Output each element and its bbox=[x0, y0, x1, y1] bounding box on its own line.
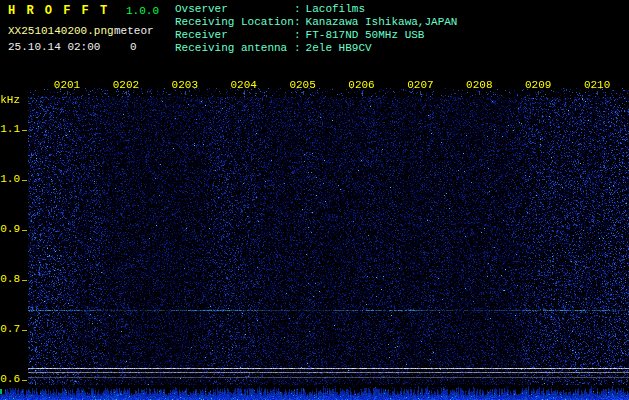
freq-axis-tick bbox=[22, 230, 27, 231]
time-axis-label: 0205 bbox=[289, 79, 315, 91]
time-axis-label: 0204 bbox=[230, 79, 256, 91]
time-axis-label: 0202 bbox=[113, 79, 139, 91]
hrofft-window: H R O F F T 1.0.0 XX2510140200.png meteo… bbox=[0, 0, 629, 400]
time-axis-label: 0209 bbox=[525, 79, 551, 91]
time-axis-tick bbox=[67, 91, 68, 95]
freq-axis-label: 1.1 bbox=[0, 123, 20, 136]
time-axis-tick bbox=[479, 91, 480, 95]
time-axis-label: 0203 bbox=[172, 79, 198, 91]
time-axis-tick bbox=[244, 91, 245, 95]
time-axis-label: 0208 bbox=[466, 79, 492, 91]
time-axis-label: 0201 bbox=[54, 79, 80, 91]
time-axis-label: 0210 bbox=[584, 79, 610, 91]
freq-axis-label: 0.8 bbox=[0, 273, 20, 286]
time-axis-tick bbox=[538, 91, 539, 95]
freq-axis-tick bbox=[22, 380, 27, 381]
freq-axis-label: 0.9 bbox=[0, 223, 20, 236]
time-axis-tick bbox=[303, 91, 304, 95]
freq-axis-tick bbox=[22, 180, 27, 181]
time-axis-tick bbox=[420, 91, 421, 95]
freq-axis-unit: kHz bbox=[0, 94, 20, 107]
spectrogram-canvas bbox=[28, 88, 629, 385]
time-axis-label: 0206 bbox=[348, 79, 374, 91]
freq-axis-label: 0.7 bbox=[0, 323, 20, 336]
time-axis-tick bbox=[126, 91, 127, 95]
spectrogram-plot: 0201020202030204020502060207020802090210… bbox=[0, 0, 629, 400]
freq-axis-tick bbox=[22, 330, 27, 331]
time-axis-tick bbox=[362, 91, 363, 95]
signal-level-strip-canvas bbox=[0, 386, 629, 400]
time-axis-label: 0207 bbox=[407, 79, 433, 91]
freq-axis-label: 0.6 bbox=[0, 373, 20, 386]
time-axis-tick bbox=[597, 91, 598, 95]
freq-axis-tick bbox=[22, 130, 27, 131]
time-axis-tick bbox=[185, 91, 186, 95]
freq-axis-tick bbox=[22, 280, 27, 281]
freq-axis-label: 1.0 bbox=[0, 173, 20, 186]
